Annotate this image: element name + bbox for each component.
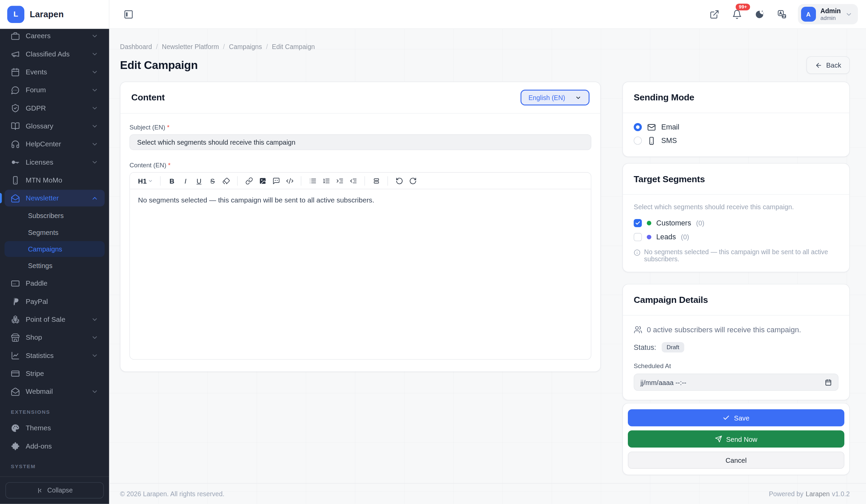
cancel-button[interactable]: Cancel bbox=[628, 451, 844, 469]
page-title: Edit Campaign bbox=[120, 58, 198, 72]
smartphone-icon bbox=[11, 175, 20, 185]
segment-leads[interactable]: Leads (0) bbox=[634, 230, 838, 244]
sidebar-item-point-of-sale[interactable]: Point of Sale bbox=[4, 311, 104, 328]
send-now-button[interactable]: Send Now bbox=[628, 430, 844, 448]
italic-button[interactable]: I bbox=[179, 174, 192, 187]
sidebar-item-webmail[interactable]: Webmail bbox=[4, 383, 104, 400]
sidebar-item-events[interactable]: Events bbox=[4, 64, 104, 80]
horizontal-rule-button[interactable] bbox=[369, 174, 383, 187]
sidebar-item-licenses[interactable]: Licenses bbox=[4, 154, 104, 170]
required-marker: * bbox=[168, 161, 170, 168]
cancel-label: Cancel bbox=[725, 456, 747, 464]
sidebar-item-careers[interactable]: Careers bbox=[4, 27, 104, 44]
language-switcher-button[interactable] bbox=[775, 8, 789, 21]
leads-checkbox[interactable] bbox=[634, 233, 642, 241]
smartphone-icon bbox=[647, 136, 656, 145]
save-button[interactable]: Save bbox=[628, 409, 844, 427]
language-selector[interactable]: English (EN) bbox=[520, 90, 590, 105]
sidebar-item-helpcenter[interactable]: HelpCenter bbox=[4, 136, 104, 152]
dark-mode-button[interactable] bbox=[753, 8, 766, 21]
email-radio[interactable] bbox=[634, 123, 642, 131]
collapse-button[interactable]: Collapse bbox=[5, 482, 104, 499]
sidebar-item-classified-ads[interactable]: Classified Ads bbox=[4, 46, 104, 62]
outdent-button[interactable] bbox=[346, 174, 360, 187]
sidebar-item-label: Webmail bbox=[26, 387, 85, 396]
redo-button[interactable] bbox=[406, 174, 420, 187]
status-badge: Draft bbox=[662, 342, 684, 353]
sidebar-item-label: Paddle bbox=[26, 279, 98, 287]
breadcrumb-newsletter-platform[interactable]: Newsletter Platform bbox=[162, 43, 219, 50]
sidebar-item-newsletter[interactable]: Newsletter bbox=[4, 190, 104, 206]
sidebar-item-themes[interactable]: Themes bbox=[4, 420, 104, 436]
content-card-title: Content bbox=[131, 92, 165, 103]
bullet-list-button[interactable] bbox=[306, 174, 319, 187]
undo-button[interactable] bbox=[392, 174, 406, 187]
sidebar-subitem-segments[interactable]: Segments bbox=[4, 225, 104, 240]
sidebar-item-paypal[interactable]: PayPal bbox=[4, 293, 104, 310]
subject-input[interactable] bbox=[130, 134, 591, 150]
horizontal-rule-icon bbox=[373, 177, 380, 185]
link-button[interactable] bbox=[242, 174, 256, 187]
open-site-button[interactable] bbox=[708, 8, 721, 21]
megaphone-icon bbox=[11, 49, 20, 58]
key-icon bbox=[11, 158, 20, 167]
quote-button[interactable] bbox=[269, 174, 283, 187]
scheduled-at-input[interactable]: jj/mm/aaaa --:-- bbox=[634, 374, 838, 391]
notification-badge: 99+ bbox=[736, 3, 750, 11]
code-button[interactable] bbox=[283, 174, 296, 187]
envelope-icon bbox=[647, 123, 656, 131]
powered-by: Powered by Larapen v1.0.2 bbox=[769, 490, 850, 497]
editor-content[interactable]: No segments selected — this campaign wil… bbox=[130, 189, 591, 359]
sidebar-item-add-ons[interactable]: Add-ons bbox=[4, 438, 104, 454]
clear-format-button[interactable] bbox=[219, 174, 233, 187]
target-segments-header: Target Segments bbox=[623, 164, 849, 195]
topbar-actions: 99+ A Admin admin bbox=[708, 4, 858, 24]
store-icon bbox=[11, 333, 20, 342]
sidebar-item-gdpr[interactable]: GDPR bbox=[4, 100, 104, 116]
segment-customers[interactable]: Customers (0) bbox=[634, 216, 838, 230]
heading-dropdown[interactable]: H1 bbox=[135, 174, 156, 187]
powered-by-link[interactable]: Larapen bbox=[806, 490, 830, 497]
image-button[interactable] bbox=[256, 174, 269, 187]
sidebar-item-forum[interactable]: Forum bbox=[4, 81, 104, 98]
content-card-header: Content English (EN) bbox=[120, 82, 600, 114]
subscribers-note: 0 active subscribers will receive this c… bbox=[647, 325, 801, 334]
indent-button[interactable] bbox=[333, 174, 346, 187]
ordered-list-button[interactable] bbox=[319, 174, 333, 187]
campaign-details-title: Campaign Details bbox=[634, 295, 708, 305]
sidebar-subitem-settings[interactable]: Settings bbox=[4, 258, 104, 274]
sidebar-footer: Collapse bbox=[0, 477, 109, 504]
sidebar-item-mtn-momo[interactable]: MTN MoMo bbox=[4, 172, 104, 188]
strikethrough-button[interactable]: S bbox=[206, 174, 219, 187]
breadcrumb-dashboard[interactable]: Dashboard bbox=[120, 43, 152, 50]
paypal-icon bbox=[11, 297, 20, 306]
sending-mode-sms-option[interactable]: SMS bbox=[634, 134, 838, 147]
chevron-down-icon bbox=[91, 352, 98, 359]
back-button[interactable]: Back bbox=[807, 56, 850, 74]
underline-button[interactable]: U bbox=[192, 174, 206, 187]
toolbar-divider bbox=[160, 176, 161, 186]
sidebar-subitem-subscribers[interactable]: Subscribers bbox=[4, 208, 104, 224]
breadcrumb: Dashboard / Newsletter Platform / Campai… bbox=[120, 43, 850, 50]
sidebar-subitem-label: Subscribers bbox=[28, 212, 64, 220]
sidebar-item-glossary[interactable]: Glossary bbox=[4, 118, 104, 134]
sidebar-subitem-campaigns[interactable]: Campaigns bbox=[4, 241, 104, 257]
sending-mode-email-option[interactable]: Email bbox=[634, 121, 838, 134]
sidebar-item-label: Add-ons bbox=[26, 442, 98, 450]
notifications-button[interactable]: 99+ bbox=[730, 8, 744, 21]
translate-icon bbox=[777, 9, 787, 19]
sidebar-item-stripe[interactable]: Stripe bbox=[4, 365, 104, 382]
breadcrumb-campaigns[interactable]: Campaigns bbox=[229, 43, 262, 50]
sidebar-toggle-button[interactable] bbox=[122, 8, 135, 21]
bold-button[interactable]: B bbox=[165, 174, 179, 187]
sidebar-item-paddle[interactable]: Paddle bbox=[4, 275, 104, 291]
sidebar-item-shop[interactable]: Shop bbox=[4, 329, 104, 345]
sms-radio[interactable] bbox=[634, 137, 642, 145]
sidebar-item-label: MTN MoMo bbox=[26, 176, 98, 184]
customers-checkbox[interactable] bbox=[634, 219, 642, 227]
toolbar-divider bbox=[365, 176, 365, 186]
user-menu[interactable]: A Admin admin bbox=[798, 4, 858, 24]
chevron-down-icon bbox=[91, 32, 98, 39]
sidebar-item-statistics[interactable]: Statistics bbox=[4, 347, 104, 364]
brand[interactable]: L Larapen bbox=[0, 0, 109, 29]
